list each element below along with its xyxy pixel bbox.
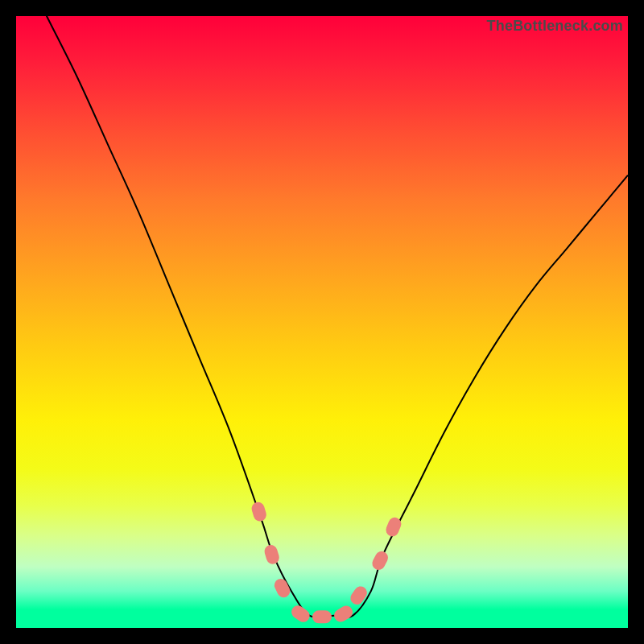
highlight-capsule [250, 501, 268, 523]
highlight-capsule [312, 610, 332, 623]
svg-rect-7 [370, 549, 390, 572]
svg-rect-2 [272, 576, 292, 600]
highlight-capsule [289, 603, 312, 625]
chart-frame: TheBottleneck.com [16, 16, 628, 628]
svg-rect-0 [250, 501, 268, 523]
bottleneck-curve [16, 0, 628, 617]
highlight-capsule [272, 576, 292, 600]
highlight-capsule [332, 604, 355, 625]
highlight-capsule [348, 584, 369, 607]
highlight-capsule [370, 549, 390, 572]
svg-rect-5 [332, 604, 355, 625]
svg-rect-4 [312, 610, 332, 623]
svg-rect-3 [289, 603, 312, 625]
watermark-text: TheBottleneck.com [487, 18, 623, 35]
svg-rect-6 [348, 584, 369, 607]
highlight-markers [250, 501, 403, 625]
chart-overlay-svg [16, 16, 628, 628]
svg-rect-1 [263, 543, 281, 566]
highlight-capsule [263, 543, 281, 566]
